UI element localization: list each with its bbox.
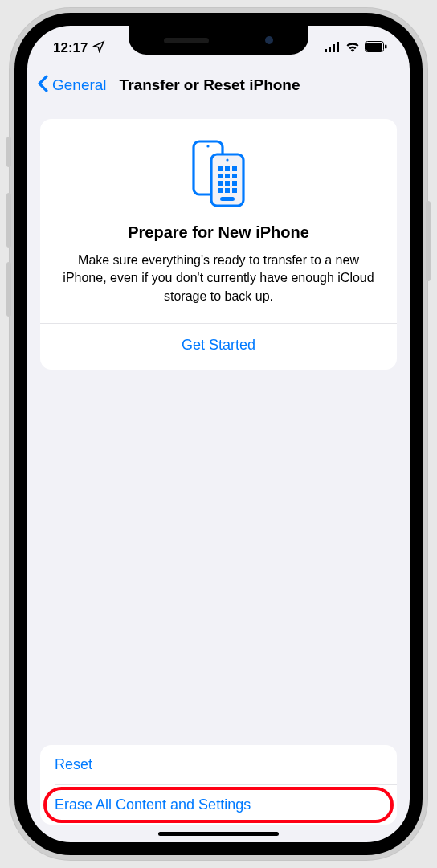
get-started-button[interactable]: Get Started (56, 324, 381, 357)
back-label: General (52, 76, 107, 94)
reset-group: Reset Erase All Content and Settings (40, 745, 397, 825)
svg-rect-14 (218, 174, 223, 178)
prepare-card: Prepare for New iPhone Make sure everyth… (40, 119, 397, 370)
prepare-body: Make sure everything's ready to transfer… (56, 252, 381, 323)
transfer-iphone-icon (56, 138, 381, 209)
cellular-icon (325, 40, 341, 56)
svg-rect-15 (225, 174, 230, 178)
status-time: 12:17 (53, 40, 88, 56)
svg-rect-5 (366, 43, 382, 51)
erase-label: Erase All Content and Settings (55, 796, 251, 813)
wifi-icon (345, 40, 360, 56)
svg-rect-21 (225, 188, 230, 193)
page-title: Transfer or Reset iPhone (120, 76, 400, 94)
svg-rect-20 (218, 188, 223, 193)
location-icon (92, 40, 105, 57)
svg-rect-0 (325, 49, 327, 52)
erase-all-row[interactable]: Erase All Content and Settings (40, 785, 397, 825)
battery-icon (365, 40, 387, 56)
svg-point-8 (206, 145, 209, 147)
svg-rect-3 (337, 42, 339, 52)
home-indicator[interactable] (158, 832, 279, 836)
svg-rect-6 (385, 45, 387, 49)
svg-rect-11 (218, 166, 223, 171)
chevron-left-icon (37, 75, 49, 96)
reset-row[interactable]: Reset (40, 745, 397, 784)
svg-rect-12 (225, 166, 230, 171)
prepare-title: Prepare for New iPhone (56, 223, 381, 242)
svg-rect-23 (220, 197, 235, 201)
nav-bar: General Transfer or Reset iPhone (27, 64, 410, 106)
svg-rect-2 (333, 44, 335, 52)
reset-label: Reset (55, 756, 92, 772)
svg-rect-18 (225, 181, 230, 186)
svg-rect-17 (218, 181, 223, 186)
svg-rect-1 (329, 47, 331, 52)
svg-rect-22 (232, 188, 237, 193)
back-button[interactable]: General (37, 75, 107, 96)
svg-rect-13 (232, 166, 237, 171)
svg-rect-16 (232, 174, 237, 178)
svg-rect-19 (232, 181, 237, 186)
svg-point-10 (226, 158, 228, 161)
